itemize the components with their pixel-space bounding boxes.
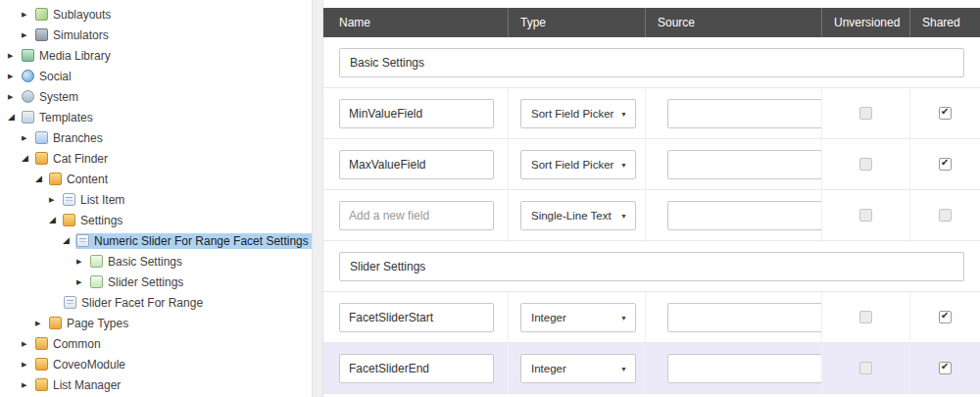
unversioned-checkbox[interactable] [859, 209, 872, 222]
tree-item-label: Sublayouts [53, 8, 111, 22]
shared-checkbox[interactable] [939, 209, 952, 222]
expander-icon[interactable] [49, 189, 62, 210]
field-type-select[interactable]: Integer [520, 354, 636, 383]
section-title-input[interactable] [339, 252, 964, 281]
section-title-input[interactable] [339, 48, 964, 77]
expander-icon[interactable] [22, 127, 34, 148]
expander-icon[interactable] [76, 272, 89, 292]
tree-item-page-types[interactable]: Page Types [0, 313, 312, 333]
tree-item-label: Slider Facet For Range [81, 296, 203, 310]
folder-icon [49, 317, 62, 329]
field-row-minvaluefield: Sort Field Picker [323, 88, 980, 139]
expander-icon[interactable] [63, 230, 75, 251]
app-window: Sublayouts Simulators Media Library Soci… [0, 0, 980, 397]
column-header-unversioned: Unversioned [821, 8, 909, 37]
folder-icon [35, 337, 48, 350]
expander-icon[interactable] [22, 354, 34, 374]
field-type-select[interactable]: Sort Field Picker [520, 99, 636, 128]
tree-item-label: Simulators [53, 28, 109, 42]
tree-item-common[interactable]: Common [0, 333, 312, 354]
tree-item-label: Media Library [39, 49, 111, 63]
unversioned-checkbox[interactable] [859, 107, 872, 120]
field-name-input[interactable] [339, 354, 494, 383]
field-row-maxvaluefield: Sort Field Picker [323, 139, 980, 190]
tree-item-social[interactable]: Social [0, 66, 312, 86]
globe-icon [22, 70, 34, 82]
tree-item-system[interactable]: System [0, 86, 312, 107]
tree-item-simulators[interactable]: Simulators [0, 25, 312, 45]
tree-item-settings[interactable]: Settings [0, 210, 312, 230]
expander-icon[interactable] [22, 4, 34, 25]
document-icon [64, 296, 76, 309]
expander-icon[interactable] [49, 210, 62, 230]
tree-item-templates[interactable]: Templates [0, 107, 312, 127]
expander-icon[interactable] [8, 66, 21, 86]
expander-icon[interactable] [22, 374, 34, 395]
pane-splitter[interactable] [312, 0, 323, 397]
field-name-input[interactable] [339, 99, 494, 128]
expander-icon[interactable] [8, 107, 21, 127]
tree-item-label: Page Types [67, 317, 128, 330]
field-type-select-wrap: Integer [520, 303, 636, 332]
shared-checkbox[interactable] [939, 311, 952, 323]
field-name-input[interactable] [339, 303, 494, 332]
tree-item-basic-settings[interactable]: Basic Settings [0, 251, 312, 272]
expander-icon[interactable] [35, 169, 48, 189]
add-new-field-input[interactable] [339, 201, 494, 230]
field-type-select-wrap: Single-Line Text [520, 201, 636, 230]
tree-item-numeric-slider-for-range-facet-settings[interactable]: Numeric Slider For Range Facet Settings [0, 230, 312, 251]
expander-icon[interactable] [8, 86, 21, 107]
tree-item-slider-facet-for-range[interactable]: Slider Facet For Range [0, 292, 312, 313]
tree-item-label: Numeric Slider For Range Facet Settings [94, 234, 309, 248]
expander-icon[interactable] [22, 148, 34, 169]
tree-item-label: Common [53, 337, 101, 351]
document-icon [63, 193, 75, 206]
column-header-shared: Shared [909, 8, 980, 37]
tree-item-list-manager[interactable]: List Manager [0, 374, 312, 395]
field-source-input[interactable] [667, 201, 822, 230]
tree-item-cat-finder[interactable]: Cat Finder [0, 148, 312, 169]
field-type-select[interactable]: Integer [520, 303, 636, 332]
expander-icon[interactable] [22, 25, 34, 45]
template-builder-grid: Name Type Source Unversioned Shared Sort… [323, 0, 980, 397]
folder-icon [35, 152, 48, 165]
tree-item-label: System [39, 90, 78, 104]
content-tree: Sublayouts Simulators Media Library Soci… [0, 0, 312, 397]
unversioned-checkbox[interactable] [859, 311, 872, 323]
system-icon [22, 90, 34, 103]
section-row-basic-settings [323, 37, 980, 88]
column-header-source: Source [645, 8, 821, 37]
tree-item-label: Settings [80, 214, 122, 227]
field-type-select[interactable]: Sort Field Picker [520, 150, 636, 179]
unversioned-checkbox[interactable] [859, 158, 872, 171]
expander-icon[interactable] [76, 251, 89, 272]
tree-item-sublayouts[interactable]: Sublayouts [0, 4, 312, 25]
column-header-name: Name [323, 8, 508, 37]
expander-icon[interactable] [22, 333, 34, 354]
tree-item-label: Slider Settings [108, 275, 183, 289]
folder-icon [35, 358, 48, 371]
field-source-input[interactable] [667, 150, 822, 179]
tree-item-label: Branches [53, 131, 103, 145]
unversioned-checkbox[interactable] [859, 362, 872, 374]
tree-item-media-library[interactable]: Media Library [0, 45, 312, 66]
shared-checkbox[interactable] [939, 107, 952, 120]
tree-item-branches[interactable]: Branches [0, 127, 312, 148]
field-source-input[interactable] [667, 354, 822, 383]
tree-item-slider-settings[interactable]: Slider Settings [0, 272, 312, 292]
expander-icon[interactable] [35, 313, 48, 333]
expander-icon[interactable] [8, 45, 21, 66]
field-type-select[interactable]: Single-Line Text [520, 201, 636, 230]
tree-item-list-item[interactable]: List Item [0, 189, 312, 210]
tree-item-content[interactable]: Content [0, 169, 312, 189]
branches-icon [35, 131, 48, 144]
shared-checkbox[interactable] [939, 362, 952, 374]
tree-item-coveomodule[interactable]: CoveoModule [0, 354, 312, 374]
tree-item-label: Social [39, 70, 72, 83]
shared-checkbox[interactable] [939, 158, 952, 171]
field-type-select-wrap: Integer [520, 354, 636, 383]
field-name-input[interactable] [339, 150, 494, 179]
field-source-input[interactable] [667, 99, 822, 128]
folder-icon [35, 378, 48, 391]
field-source-input[interactable] [667, 303, 822, 332]
